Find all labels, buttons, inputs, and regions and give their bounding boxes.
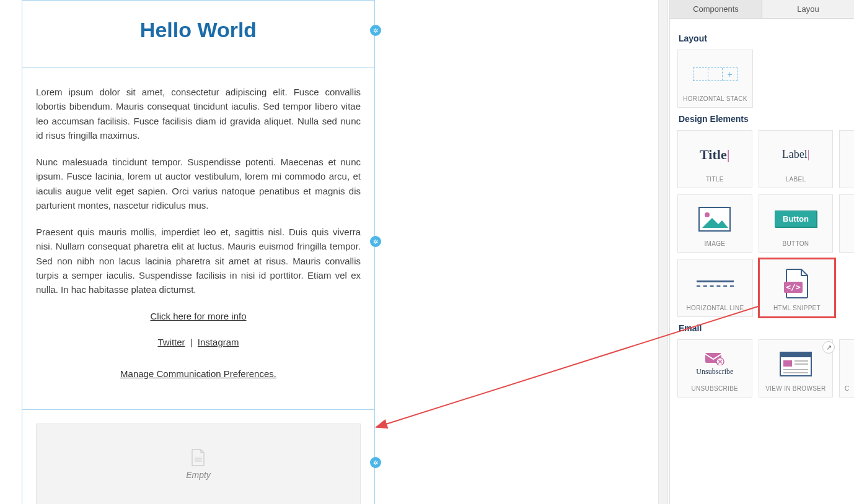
button-thumb-icon: Button — [775, 211, 817, 227]
card-caption-partial: C — [845, 385, 849, 392]
panel-tabbar: Components Layou — [670, 0, 854, 19]
card-caption: BUTTON — [783, 240, 809, 247]
html-snippet-icon: </> — [783, 268, 811, 299]
tab-layout[interactable]: Layou — [762, 0, 854, 18]
card-caption: HORIZONTAL LINE — [687, 305, 744, 311]
file-code-icon: </> — [191, 449, 206, 466]
section-head-design: Design Elements — [679, 114, 854, 124]
block-settings-gear-2[interactable]: ✲ — [370, 236, 381, 247]
html-snippet-dropzone[interactable]: </> Empty — [22, 410, 375, 504]
card-caption: VIEW IN BROWSER — [765, 385, 825, 392]
card-caption: IMAGE — [704, 240, 725, 247]
card-html-snippet[interactable]: </> HTML SNIPPET — [759, 259, 835, 317]
card-caption: LABEL — [786, 176, 806, 183]
card-caption: HORIZONTAL STACK — [683, 95, 747, 102]
link-separator: | — [188, 337, 195, 347]
paragraph-3: Praesent quis mauris mollis, imperdiet l… — [36, 225, 361, 297]
paragraph-1: Lorem ipsum dolor sit amet, consectetur … — [36, 85, 361, 142]
scrollbar-track[interactable] — [658, 0, 668, 504]
panel-body: Layout + HORIZONTAL STACK Design Element… — [670, 19, 854, 412]
canvas-area: Hello World Lorem ipsum dolor sit amet, … — [22, 0, 375, 504]
section-head-email: Email — [679, 323, 854, 333]
card-partial-cutoff-1[interactable] — [839, 130, 854, 188]
title-thumb-icon: Title| — [700, 147, 729, 163]
card-partial-cutoff-2[interactable] — [839, 194, 854, 253]
card-caption: HTML SNIPPET — [773, 305, 821, 311]
svg-text:</>: </> — [786, 282, 801, 292]
svg-text:</>: </> — [195, 458, 202, 462]
text-block[interactable]: Lorem ipsum dolor sit amet, consectetur … — [22, 67, 375, 410]
card-partial-cutoff-3[interactable]: C — [839, 339, 854, 398]
page-title: Hello World — [35, 18, 362, 42]
block-settings-gear-1[interactable]: ✲ — [370, 25, 381, 36]
card-horizontal-stack[interactable]: + HORIZONTAL STACK — [677, 50, 753, 108]
section-head-layout: Layout — [679, 33, 854, 43]
gear-icon: ✲ — [373, 27, 378, 34]
svg-point-3 — [705, 212, 710, 217]
block-settings-gear-3[interactable]: ✲ — [370, 457, 381, 468]
gear-icon: ✲ — [373, 459, 378, 466]
horizontal-stack-icon: + — [693, 67, 737, 81]
more-info-link[interactable]: Click here for more info — [150, 311, 246, 321]
components-panel: Components Layou Layout + HORIZONTAL STA… — [669, 0, 854, 504]
label-thumb-icon: Label| — [782, 148, 810, 161]
empty-label: Empty — [186, 470, 211, 480]
card-caption: TITLE — [706, 176, 724, 183]
browser-window-icon — [780, 352, 812, 376]
paragraph-2: Nunc malesuada tincidunt tempor. Suspend… — [36, 155, 361, 212]
card-title[interactable]: Title| TITLE — [677, 130, 752, 188]
card-label[interactable]: Label| LABEL — [759, 130, 834, 188]
tab-components[interactable]: Components — [670, 0, 762, 18]
external-link-icon: ↗ — [822, 341, 835, 354]
svg-rect-14 — [783, 360, 792, 367]
empty-snippet-placeholder[interactable]: </> Empty — [36, 424, 361, 504]
manage-preferences-link[interactable]: Manage Communication Preferences. — [120, 368, 276, 379]
svg-rect-13 — [780, 352, 811, 357]
unsubscribe-icon: Unsubscribe — [696, 352, 733, 376]
horizontal-line-icon — [697, 280, 734, 287]
image-icon — [698, 207, 731, 232]
instagram-link[interactable]: Instagram — [198, 337, 239, 347]
card-view-in-browser[interactable]: ↗ VIEW IN BROWSER — [759, 339, 834, 398]
card-unsubscribe[interactable]: Unsubscribe UNSUBSCRIBE — [677, 339, 752, 398]
card-image[interactable]: IMAGE — [677, 194, 752, 253]
card-horizontal-line[interactable]: HORIZONTAL LINE — [677, 259, 753, 317]
twitter-link[interactable]: Twitter — [157, 337, 185, 347]
card-button[interactable]: Button BUTTON — [759, 194, 834, 253]
card-caption: UNSUBSCRIBE — [692, 385, 739, 392]
gear-icon: ✲ — [373, 238, 378, 245]
title-block[interactable]: Hello World — [22, 0, 375, 67]
